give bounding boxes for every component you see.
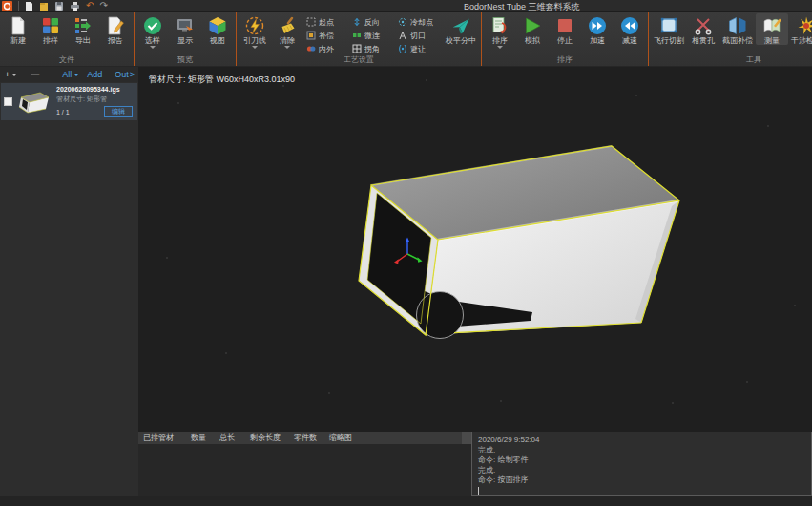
new-document-icon <box>8 14 29 36</box>
command-log-panel[interactable]: 2020/6/29 9:52:04 完成. 命令: 绘制零件 完成. 命令: 按… <box>471 432 812 496</box>
lead-line-button[interactable]: 引刀线 <box>239 13 271 49</box>
add-link[interactable]: Add <box>87 70 102 79</box>
sort-button[interactable]: 排序 <box>484 13 516 49</box>
add-part-button[interactable]: + <box>5 70 10 79</box>
button-label: 排样 <box>43 36 58 45</box>
ribbon-group-preview: 选样 显示 视图 预览 <box>135 12 237 66</box>
paper-plane-icon <box>450 14 471 36</box>
new-file-icon[interactable] <box>25 1 33 11</box>
centering-button[interactable]: 校平分中 <box>443 13 479 45</box>
ribbon-toolbar: 新建 排样 导出 报告 文件 <box>0 12 812 67</box>
display-button[interactable]: 显示 <box>169 13 201 45</box>
parts-sidebar: + — All Add Out > 20200628095344.igs 管材尺… <box>0 67 138 496</box>
interference-check-button[interactable]: 干涉检查 <box>788 13 812 45</box>
log-line: 完成. <box>478 466 805 476</box>
item-label: 拐角 <box>364 44 380 54</box>
quick-access-toolbar: ↶ ↷ <box>0 1 108 11</box>
column-header: 总长 <box>219 432 235 443</box>
tube-3d-view[interactable] <box>138 67 812 432</box>
measure-book-icon <box>761 14 782 36</box>
add-dropdown-caret-icon[interactable] <box>11 74 17 76</box>
group-label: 工艺设置 <box>239 54 479 65</box>
new-button[interactable]: 新建 <box>2 13 34 45</box>
compensation-icon <box>306 31 316 40</box>
item-label: 避让 <box>410 44 426 54</box>
speed-up-button[interactable]: 加速 <box>581 13 614 45</box>
cooling-point-item[interactable]: 冷却点 <box>398 15 440 29</box>
part-checkbox[interactable] <box>4 97 12 106</box>
export-list-icon <box>73 14 94 36</box>
redo-icon[interactable]: ↷ <box>99 1 107 11</box>
corner-item[interactable]: 拐角 <box>352 42 394 55</box>
expand-chevron[interactable]: > <box>130 70 135 79</box>
slow-down-button[interactable]: 减速 <box>614 13 646 45</box>
collapse-button[interactable]: — <box>31 70 39 79</box>
edit-part-button[interactable]: 编辑 <box>104 106 133 117</box>
avoid-item[interactable]: 避让 <box>398 42 440 55</box>
item-label: 补偿 <box>319 31 334 41</box>
item-label: 反向 <box>364 17 380 28</box>
select-sample-button[interactable]: 选样 <box>136 13 169 49</box>
item-label: 冷却点 <box>410 17 433 28</box>
dropdown-caret-icon <box>252 46 258 49</box>
report-pencil-icon <box>105 14 126 36</box>
table-scrollbar[interactable] <box>462 432 471 444</box>
part-thumbnail <box>15 89 53 116</box>
filter-all-link[interactable]: All <box>62 70 72 79</box>
export-button[interactable]: 导出 <box>67 13 99 45</box>
mirror-triangles-icon <box>727 14 748 36</box>
item-label: 切口 <box>410 31 426 41</box>
kerf-item[interactable]: 切口 <box>398 29 440 42</box>
stop-button[interactable]: 停止 <box>549 13 581 45</box>
column-header: 缩略图 <box>329 432 352 443</box>
ribbon-group-sequence: 排序 模拟 停止 加速 <box>482 12 649 66</box>
broom-icon <box>277 14 298 36</box>
print-icon[interactable] <box>70 1 80 11</box>
puzzle-nest-icon <box>40 14 61 36</box>
micro-joint-item[interactable]: 微连 <box>352 29 394 42</box>
view-button[interactable]: 视图 <box>201 13 234 45</box>
item-label: 内外 <box>319 44 334 54</box>
cube-3d-icon <box>207 14 228 36</box>
filter-caret-icon[interactable] <box>73 74 79 76</box>
app-logo-icon[interactable] <box>2 1 12 11</box>
button-label: 相贯孔 <box>692 36 715 45</box>
button-label: 校平分中 <box>446 36 476 45</box>
button-label: 显示 <box>177 36 193 45</box>
corner-grid-icon <box>352 44 362 53</box>
scissors-icon <box>693 14 714 36</box>
save-icon[interactable] <box>54 1 64 11</box>
open-file-icon[interactable] <box>39 1 49 11</box>
section-compensation-button[interactable]: 截面补偿 <box>719 13 756 45</box>
flying-cut-button[interactable]: 飞行切割 <box>651 13 687 45</box>
dropdown-caret-icon <box>497 46 503 49</box>
spark-icon <box>796 14 812 36</box>
nested-tubes-panel: 已排管材 数量 总长 剩余长度 零件数 缩略图 <box>138 432 471 496</box>
measure-button[interactable]: 测量 <box>756 13 788 45</box>
reverse-item[interactable]: 反向 <box>352 15 394 29</box>
out-link[interactable]: Out <box>115 70 129 79</box>
viewport-3d[interactable]: 管材尺寸: 矩形管 W60xH40xR3.01x90 <box>138 67 812 432</box>
button-label: 飞行切割 <box>654 36 684 45</box>
column-header: 数量 <box>191 432 206 443</box>
part-list-item[interactable]: 20200628095344.igs 管材尺寸: 矩形管 1 / 1 编辑 <box>1 83 137 120</box>
undo-icon[interactable]: ↶ <box>86 1 94 11</box>
log-line: 命令: 绘制零件 <box>478 455 805 466</box>
nest-button[interactable]: 排样 <box>34 13 67 45</box>
check-circle-icon <box>142 14 163 36</box>
inner-outer-item[interactable]: 内外 <box>306 42 348 55</box>
start-point-item[interactable]: 起点 <box>306 15 348 29</box>
button-label: 清除 <box>280 36 295 45</box>
button-label: 减速 <box>622 36 637 45</box>
avoid-icon <box>398 44 407 53</box>
log-line: 2020/6/29 9:52:04 <box>478 435 805 446</box>
simulate-button[interactable]: 模拟 <box>516 13 549 45</box>
report-button[interactable]: 报告 <box>99 13 132 45</box>
start-point-icon <box>306 17 316 27</box>
compensation-item[interactable]: 补偿 <box>306 29 348 42</box>
rewind-icon <box>619 14 640 36</box>
group-label: 排序 <box>484 54 646 65</box>
button-label: 干涉检查 <box>791 36 812 45</box>
intersect-hole-button[interactable]: 相贯孔 <box>687 13 719 45</box>
clear-button[interactable]: 清除 <box>271 13 303 49</box>
